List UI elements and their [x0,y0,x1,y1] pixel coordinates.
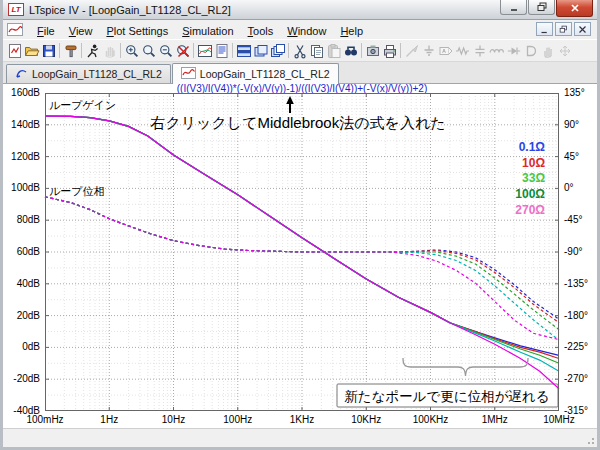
tile-vertical-button[interactable] [252,42,269,60]
mdi-window-controls [536,22,591,36]
label-net-button [437,42,454,60]
mdi-restore-button[interactable] [555,22,572,36]
drag-button [556,42,573,60]
minimize-button[interactable] [500,0,527,15]
find-icon [343,43,359,59]
resize-grip[interactable] [584,434,596,446]
legend-entry: 0.1Ω [519,140,546,154]
copy-bitmap-button[interactable] [364,42,381,60]
cut-button[interactable] [291,42,308,60]
y-right-tick: -225° [562,341,596,353]
move-button [539,42,556,60]
menu-help[interactable]: Help [333,23,370,39]
y-left-tick: -20dB [3,373,43,385]
legend-entry: 270Ω [515,203,545,217]
arrow-up-icon [286,96,294,104]
legend: 0.1Ω10Ω33Ω100Ω270Ω [515,140,545,217]
x-axis-tick: 100KHz [399,414,463,425]
toolbar-separator [120,43,121,58]
new-schematic-icon [7,43,23,59]
resistor-icon [455,43,471,59]
menu-view[interactable]: View [62,23,100,39]
zoom-full-icon [175,43,191,59]
zoom-in-button[interactable] [123,42,140,60]
mdi-close-button[interactable] [574,22,591,36]
toolbar-separator [288,43,289,58]
y-right-tick: -270° [562,373,596,385]
save-button[interactable] [40,42,57,60]
netlist-icon [214,43,230,59]
menu-file[interactable]: File [30,23,62,39]
menu-plot-settings[interactable]: Plot Settings [99,23,175,39]
zoom-in-icon [124,43,140,59]
waveform-plot[interactable]: 新たなポールで更に位相が遅れるループゲインループ位相右クリックしてMiddleb… [45,93,559,411]
y-left-tick: 60dB [3,246,43,258]
toolbar-separator [81,43,82,58]
component-button [522,42,539,60]
ground-icon [421,43,437,59]
y-left-tick: 120dB [3,151,43,163]
control-panel-button[interactable] [62,42,79,60]
y-left-tick: 140dB [3,119,43,131]
open-icon [24,43,40,59]
print-button[interactable] [381,42,398,60]
wire-icon [404,43,420,59]
y-left-tick: 100dB [3,182,43,194]
underbrace-annotation [403,358,528,376]
resistor-button [454,42,471,60]
cascade-button[interactable] [269,42,286,60]
y-right-tick: 0° [562,182,596,194]
tile-horizontal-button[interactable] [235,42,252,60]
y-right-tick: 135° [562,87,596,99]
autorange-button[interactable] [196,42,213,60]
toolbar-separator [361,43,362,58]
toolbar-separator [400,43,401,58]
y-right-tick: 90° [562,119,596,131]
autorange-icon [197,43,213,59]
tab-1[interactable]: LoopGain_LT1128_CL_RL2 [6,64,171,83]
inductor-icon [489,43,505,59]
netlist-button[interactable] [213,42,230,60]
toolbar-separator [193,43,194,58]
zoom-area-button[interactable] [140,42,157,60]
close-button[interactable] [556,0,593,17]
tile-vertical-icon [253,43,269,59]
mdi-minimize-button[interactable] [536,22,553,36]
bottom-note-text: 新たなポールで更に位相が遅れる [344,389,549,404]
menu-simulation[interactable]: Simulation [175,23,240,39]
x-axis-tick: 10KHz [334,414,398,425]
tab-bar: LoopGain_LT1128_CL_RL2LoopGain_LT1128_CL… [3,62,597,84]
y-left-tick: 20dB [3,310,43,322]
y-left-tick: 0dB [3,341,43,353]
new-schematic-button[interactable] [6,42,23,60]
zoom-full-button[interactable] [174,42,191,60]
x-axis-tick: 1Hz [77,414,141,425]
diode-button [505,42,522,60]
x-axis-tick: 10Hz [142,414,206,425]
toolbar [3,39,597,62]
open-button[interactable] [23,42,40,60]
tile-horizontal-icon [236,43,252,59]
title-bar[interactable]: LT LTspice IV - [LoopGain_LT1128_CL_RL2] [3,0,597,20]
top-note-text: 右クリックしてMiddlebrook法の式を入れた [149,114,445,131]
schematic-icon [15,67,28,81]
waveform-icon [181,67,196,81]
x-axis-tick: 1KHz [270,414,334,425]
paste-icon [326,43,342,59]
cut-icon [292,43,308,59]
control-panel-icon [63,43,79,59]
save-icon [41,43,57,59]
run-button[interactable] [84,42,101,60]
tab-2-active[interactable]: LoopGain_LT1128_CL_RL2 [172,63,339,84]
y-left-tick: 40dB [3,278,43,290]
menu-window[interactable]: Window [280,23,333,39]
find-button[interactable] [342,42,359,60]
copy-button[interactable] [308,42,325,60]
restore-button[interactable] [528,0,555,15]
y-right-tick: -45° [562,214,596,226]
y-left-tick: 160dB [3,87,43,99]
menu-tools[interactable]: Tools [241,23,281,39]
run-icon [85,43,101,59]
zoom-out-button[interactable] [157,42,174,60]
component-icon [523,43,539,59]
